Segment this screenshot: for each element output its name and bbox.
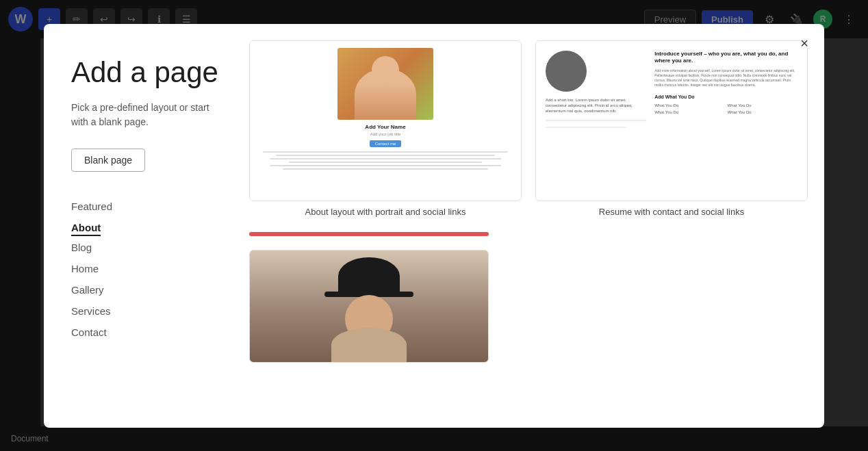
resume-preview: Add a short bio. Lorem ipsum dolor sit a… [535, 40, 808, 201]
blank-page-button[interactable]: Blank page [71, 149, 145, 172]
about-portrait-label: About layout with portrait and social li… [249, 207, 522, 217]
nav-item-about[interactable]: About [71, 218, 101, 236]
about-portrait-preview: Add Your Name Add your job title Contact… [249, 40, 522, 201]
nav-item-blog[interactable]: Blog [71, 237, 222, 257]
modal-overlay: × Add a page Pick a pre-defined layout o… [0, 0, 868, 451]
second-template-row [249, 250, 808, 363]
nav-item-home[interactable]: Home [71, 259, 222, 279]
nav-item-gallery[interactable]: Gallery [71, 280, 222, 300]
modal-content-area: Add Your Name Add your job title Contact… [249, 24, 824, 428]
resume-label: Resume with contact and social links [535, 207, 808, 217]
template-card-about-2[interactable] [249, 250, 808, 363]
template-card-resume[interactable]: Add a short bio. Lorem ipsum dolor sit a… [535, 40, 808, 217]
modal-left-panel: Add a page Pick a pre-defined layout or … [44, 24, 249, 428]
modal-description: Pick a pre-defined layout or start with … [71, 101, 222, 129]
add-page-modal: × Add a page Pick a pre-defined layout o… [44, 24, 824, 428]
nav-item-featured[interactable]: Featured [71, 196, 222, 216]
modal-title: Add a page [71, 57, 222, 88]
nav-item-contact[interactable]: Contact [71, 322, 222, 342]
about-2-preview [249, 250, 489, 363]
page-type-nav: Featured About Blog Home Gallery Service… [71, 196, 222, 342]
template-cards-row: Add Your Name Add your job title Contact… [249, 40, 808, 217]
selected-template-indicator [249, 231, 489, 236]
nav-item-services[interactable]: Services [71, 301, 222, 321]
template-card-about-portrait[interactable]: Add Your Name Add your job title Contact… [249, 40, 522, 217]
modal-close-button[interactable]: × [794, 34, 815, 54]
